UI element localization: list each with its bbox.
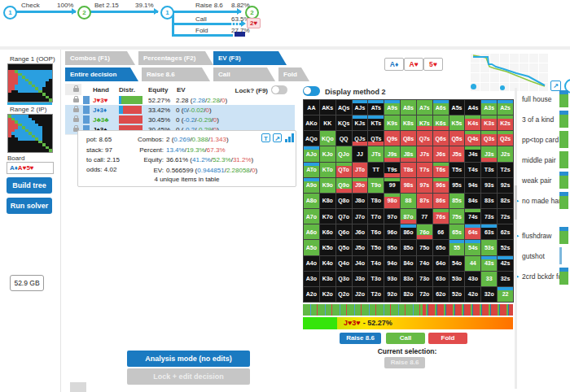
tab-fold[interactable]: Fold [278,68,309,81]
matrix-cell-T6s[interactable]: T6s [433,163,449,177]
tab-raise-8-6[interactable]: Raise 8.6 [142,68,210,81]
matrix-cell-22[interactable]: 22 [498,287,513,302]
matrix-cell-92o[interactable]: 92o [384,287,400,302]
matrix-cell-A6s[interactable]: A6s [433,100,449,115]
matrix-cell-88[interactable]: 88 [401,194,416,208]
fold-button[interactable]: Fold [428,333,467,344]
current-selection-button[interactable]: Raise 8.6 [384,357,425,368]
matrix-cell-73s[interactable]: 73s [481,209,497,224]
matrix-cell-A8s[interactable]: A8s [401,100,416,115]
matrix-cell-Q8o[interactable]: Q8o [336,194,352,208]
lock-icon[interactable] [73,98,79,102]
matrix-cell-99[interactable]: 99 [384,178,400,193]
chart-view-icon[interactable] [285,133,294,142]
matrix-cell-83s[interactable]: 83s [481,194,497,208]
matrix-cell-J4s[interactable]: J4s [465,146,480,161]
matrix-cell-T2s[interactable]: T2s [498,163,513,177]
legend-scrollbar-thumb[interactable] [515,185,517,220]
matrix-cell-95s[interactable]: 95s [449,178,465,193]
matrix-cell-65o[interactable]: 65o [433,240,449,255]
raise-8-6-button[interactable]: Raise 8.6 [340,333,381,344]
matrix-cell-86s[interactable]: 86s [433,194,449,208]
matrix-cell-AKo[interactable]: AKo [304,115,319,130]
build-tree-button[interactable]: Build tree [7,177,52,194]
matrix-cell-74o[interactable]: 74o [417,256,432,271]
matrix-cell-64s[interactable]: 64s [465,224,480,239]
display-method-toggle[interactable] [303,86,320,96]
matrix-cell-T8o[interactable]: T8o [368,194,384,208]
matrix-cell-KQs[interactable]: KQs [336,115,352,130]
matrix-cell-74s[interactable]: 74s [465,209,480,224]
text-view-icon[interactable]: T [261,133,270,142]
matrix-cell-Q3s[interactable]: Q3s [481,131,497,146]
matrix-cell-K8o[interactable]: K8o [320,194,335,208]
matrix-cell-A8o[interactable]: A8o [304,194,319,208]
lock-icon[interactable] [73,108,79,112]
tree-action-call[interactable]: Call [195,15,207,23]
matrix-cell-J8o[interactable]: J8o [353,194,368,208]
matrix-cell-Q8s[interactable]: Q8s [401,131,416,146]
matrix-cell-J2s[interactable]: J2s [498,146,513,161]
matrix-cell-T7s[interactable]: T7s [417,163,432,177]
graph-marker-dot[interactable] [471,84,476,89]
matrix-cell-75s[interactable]: 75s [449,209,465,224]
lock-edit-button[interactable]: Lock + edit decision [127,368,250,385]
legend-item-gutshot[interactable]: gutshot [522,252,545,260]
matrix-cell-32s[interactable]: 32s [498,272,513,286]
matrix-cell-82s[interactable]: 82s [498,194,513,208]
matrix-cell-AQs[interactable]: AQs [336,100,352,115]
matrix-cell-53s[interactable]: 53s [481,240,497,255]
matrix-cell-77[interactable]: 77 [417,209,432,224]
tree-action-bet[interactable]: Bet 2.15 [94,2,119,9]
legend-item-2crd-bckdr-fd[interactable]: 2crd bckdr fd. [522,272,564,281]
matrix-cell-K3s[interactable]: K3s [481,115,497,130]
matrix-cell-J7s[interactable]: J7s [417,146,432,161]
matrix-cell-Q3o[interactable]: Q3o [336,272,352,286]
matrix-cell-A7o[interactable]: A7o [304,209,319,224]
matrix-cell-Q6s[interactable]: Q6s [433,131,449,146]
matrix-cell-97o[interactable]: 97o [384,209,400,224]
matrix-cell-QJs[interactable]: QJs [353,131,368,146]
legend-item-pp-top-card[interactable]: pp<top card [522,136,559,144]
matrix-cell-44[interactable]: 44 [465,256,480,271]
matrix-cell-Q5s[interactable]: Q5s [449,131,465,146]
matrix-cell-K5o[interactable]: K5o [320,240,335,255]
matrix-cell-A9o[interactable]: A9o [304,178,319,193]
matrix-cell-92s[interactable]: 92s [498,178,513,193]
matrix-cell-T4o[interactable]: T4o [368,256,384,271]
matrix-cell-85s[interactable]: 85s [449,194,465,208]
matrix-cell-98s[interactable]: 98s [401,178,416,193]
matrix-cell-96s[interactable]: 96s [433,178,449,193]
call-button[interactable]: Call [386,333,425,344]
matrix-cell-J9o[interactable]: J9o [353,178,368,193]
lock-toggle[interactable] [271,85,287,94]
matrix-cell-KQo[interactable]: KQo [320,131,335,146]
matrix-cell-A2o[interactable]: A2o [304,287,319,302]
range1-grid[interactable] [7,63,53,102]
matrix-cell-72s[interactable]: 72s [498,209,513,224]
matrix-cell-K4s[interactable]: K4s [465,115,480,130]
matrix-cell-32o[interactable]: 32o [481,287,497,302]
range2-grid[interactable] [7,114,53,153]
matrix-cell-K7o[interactable]: K7o [320,209,335,224]
matrix-cell-65s[interactable]: 65s [449,224,465,239]
matrix-cell-Q4s[interactable]: Q4s [465,131,480,146]
matrix-cell-J2o[interactable]: J2o [353,287,368,302]
table-row[interactable]: J♣3♣30.45%0 (-0.2/-0.29/0) [65,115,295,124]
matrix-cell-52s[interactable]: 52s [498,240,513,255]
matrix-cell-98o[interactable]: 98o [384,194,400,208]
matrix-cell-T4s[interactable]: T4s [465,163,480,177]
matrix-cell-Q5o[interactable]: Q5o [336,240,352,255]
tab-call[interactable]: Call [213,68,275,81]
table-row[interactable]: J♥3♥52.27%2.28 (2.28/2.28/0) [65,95,295,105]
matrix-cell-Q7s[interactable]: Q7s [417,131,432,146]
matrix-cell-85o[interactable]: 85o [401,240,416,255]
matrix-cell-K5s[interactable]: K5s [449,115,465,130]
matrix-cell-54o[interactable]: 54o [449,256,465,271]
matrix-cell-42s[interactable]: 42s [498,256,513,271]
matrix-cell-86o[interactable]: 86o [401,224,416,239]
matrix-cell-J3o[interactable]: J3o [353,272,368,286]
matrix-cell-J5o[interactable]: J5o [353,240,368,255]
matrix-cell-K6s[interactable]: K6s [433,115,449,130]
matrix-cell-43o[interactable]: 43o [465,272,480,286]
